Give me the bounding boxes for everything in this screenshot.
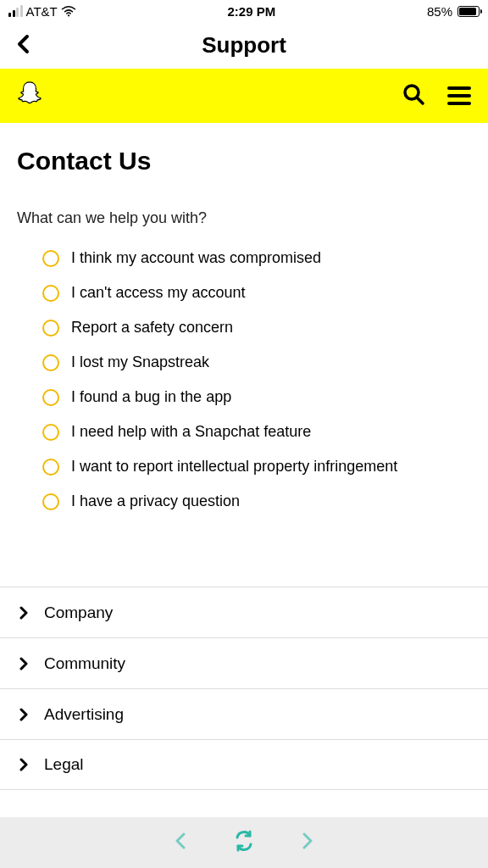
brand-banner bbox=[0, 69, 488, 123]
option-cant-access[interactable]: I can't access my account bbox=[42, 284, 471, 302]
radio-icon bbox=[42, 424, 59, 441]
option-snapchat-feature-help[interactable]: I need help with a Snapchat feature bbox=[42, 423, 471, 441]
cellular-signal-icon bbox=[8, 5, 23, 17]
option-safety-concern[interactable]: Report a safety concern bbox=[42, 319, 471, 337]
reload-button[interactable] bbox=[233, 830, 255, 855]
option-label: I want to report intellectual property i… bbox=[71, 458, 397, 476]
reload-icon bbox=[233, 830, 255, 852]
option-label: I have a privacy question bbox=[71, 492, 240, 510]
carrier-label: AT&T bbox=[26, 4, 58, 19]
menu-button[interactable] bbox=[447, 86, 471, 105]
option-ip-infringement[interactable]: I want to report intellectual property i… bbox=[42, 458, 471, 476]
option-label: I lost my Snapstreak bbox=[71, 353, 209, 371]
main-content: Contact Us What can we help you with? I … bbox=[0, 123, 488, 510]
option-lost-snapstreak[interactable]: I lost my Snapstreak bbox=[42, 353, 471, 371]
chevron-right-icon bbox=[17, 758, 30, 771]
svg-line-1 bbox=[417, 97, 423, 103]
radio-icon bbox=[42, 320, 59, 337]
chevron-right-icon bbox=[299, 831, 316, 851]
section-advertising[interactable]: Advertising bbox=[0, 688, 488, 739]
section-label: Legal bbox=[44, 755, 84, 774]
status-right: 85% bbox=[427, 4, 480, 19]
radio-icon bbox=[42, 354, 59, 371]
section-label: Company bbox=[44, 604, 113, 622]
back-button[interactable] bbox=[15, 34, 32, 58]
help-options-group: I think my account was compromised I can… bbox=[17, 249, 471, 510]
page-header-title: Support bbox=[202, 32, 286, 58]
radio-icon bbox=[42, 389, 59, 406]
section-label: Community bbox=[44, 654, 125, 673]
battery-percent: 85% bbox=[427, 4, 452, 19]
radio-icon bbox=[42, 459, 59, 476]
radio-icon bbox=[42, 285, 59, 302]
hamburger-icon bbox=[447, 86, 471, 90]
section-label: Advertising bbox=[44, 705, 124, 724]
nav-forward-button[interactable] bbox=[299, 831, 316, 854]
wifi-icon bbox=[61, 5, 76, 17]
radio-icon bbox=[42, 493, 59, 510]
chevron-left-icon bbox=[15, 34, 32, 54]
option-label: I think my account was compromised bbox=[71, 249, 321, 267]
browser-toolbar bbox=[0, 817, 488, 868]
option-found-bug[interactable]: I found a bug in the app bbox=[42, 388, 471, 406]
option-label: I found a bug in the app bbox=[71, 388, 231, 406]
nav-back-button[interactable] bbox=[172, 831, 189, 854]
snapchat-ghost-icon[interactable] bbox=[17, 81, 42, 111]
chevron-right-icon bbox=[17, 657, 30, 670]
chevron-right-icon bbox=[17, 708, 30, 721]
option-account-compromised[interactable]: I think my account was compromised bbox=[42, 249, 471, 267]
footer-sections: Company Community Advertising Legal bbox=[0, 587, 488, 790]
chevron-right-icon bbox=[17, 606, 30, 620]
help-prompt: What can we help you with? bbox=[17, 209, 471, 227]
page-title: Contact Us bbox=[17, 147, 471, 175]
option-label: Report a safety concern bbox=[71, 319, 233, 337]
radio-icon bbox=[42, 250, 59, 267]
status-bar: AT&T 2:29 PM 85% bbox=[0, 0, 488, 22]
app-header: Support bbox=[0, 22, 488, 69]
battery-icon bbox=[456, 6, 480, 17]
option-label: I need help with a Snapchat feature bbox=[71, 423, 311, 441]
option-privacy-question[interactable]: I have a privacy question bbox=[42, 492, 471, 510]
section-legal[interactable]: Legal bbox=[0, 739, 488, 790]
section-community[interactable]: Community bbox=[0, 637, 488, 688]
search-button[interactable] bbox=[402, 82, 425, 109]
section-company[interactable]: Company bbox=[0, 587, 488, 637]
search-icon bbox=[402, 82, 425, 106]
option-label: I can't access my account bbox=[71, 284, 246, 302]
status-left: AT&T bbox=[8, 4, 76, 19]
clock: 2:29 PM bbox=[228, 4, 276, 19]
chevron-left-icon bbox=[172, 831, 189, 851]
